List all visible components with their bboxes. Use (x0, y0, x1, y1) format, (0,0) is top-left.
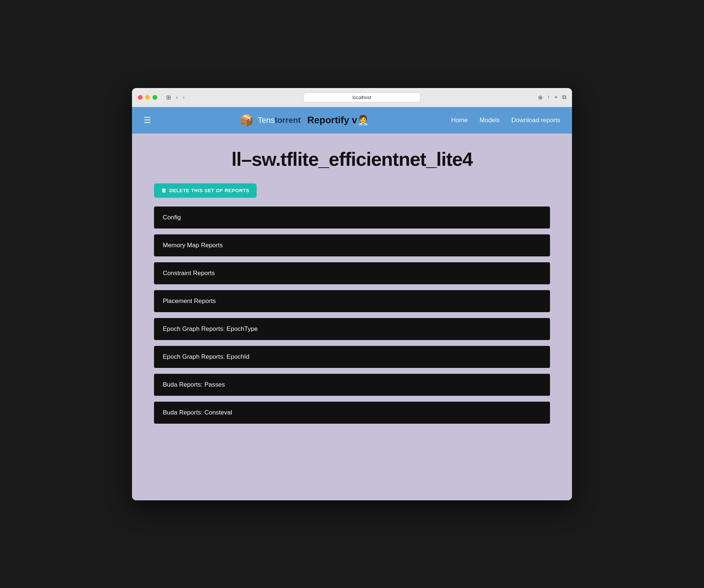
delete-button-label: DELETE THIS SET OF REPORTS (169, 188, 249, 193)
report-section-label: Placement Reports (163, 297, 216, 304)
report-section[interactable]: Placement Reports (154, 290, 550, 312)
report-section[interactable]: Memory Map Reports (154, 234, 550, 256)
nav-models[interactable]: Models (480, 117, 500, 124)
main-content: ll–sw.tflite_efficientnet_lite4 🗑 DELETE… (132, 134, 572, 500)
minimize-button[interactable] (145, 95, 150, 100)
report-section[interactable]: Constraint Reports (154, 262, 550, 284)
report-section-label: Buda Reports: Passes (163, 381, 225, 388)
logo-torrent: torrent (275, 116, 301, 125)
sidebar-toggle-button[interactable]: ⊞ (165, 93, 172, 102)
tabs-icon[interactable]: ⧉ (562, 94, 566, 101)
page-title: ll–sw.tflite_efficientnet_lite4 (154, 148, 550, 170)
report-section-label: Constraint Reports (163, 270, 215, 277)
report-section[interactable]: Buda Reports: Consteval (154, 402, 550, 424)
download-icon[interactable]: ⊕ (538, 94, 543, 101)
hamburger-menu-button[interactable]: ☰ (144, 116, 151, 125)
delete-reports-button[interactable]: 🗑 DELETE THIS SET OF REPORTS (154, 183, 257, 198)
nav-home[interactable]: Home (451, 117, 468, 124)
forward-button[interactable]: › (182, 94, 186, 101)
new-tab-icon[interactable]: + (554, 94, 558, 101)
app-logo: 📦 Tenstorrent Reportify v🧑‍💼 (157, 113, 451, 127)
nav-download-reports[interactable]: Download reports (511, 117, 560, 124)
report-section-label: Config (163, 214, 181, 221)
browser-actions: ⊕ ↑ + ⧉ (538, 94, 566, 101)
logo-tens: Tens (258, 116, 275, 125)
logo-icon: 📦 (239, 113, 254, 127)
app-header: ☰ 📦 Tenstorrent Reportify v🧑‍💼 Home Mode… (132, 107, 572, 134)
logo-text: Tenstorrent (258, 116, 301, 125)
share-icon[interactable]: ↑ (547, 94, 550, 101)
trash-icon: 🗑 (161, 188, 166, 193)
report-section-label: Epoch Graph Reports: EpochId (163, 353, 249, 360)
nav-links: Home Models Download reports (451, 117, 560, 124)
report-section[interactable]: Buda Reports: Passes (154, 374, 550, 396)
report-section[interactable]: Epoch Graph Reports: EpochType (154, 318, 550, 340)
address-bar-container: localhost (190, 92, 533, 102)
back-button[interactable]: ‹ (175, 94, 179, 101)
address-bar[interactable]: localhost (303, 92, 421, 102)
app-title: Reportify v🧑‍💼 (307, 114, 369, 126)
report-section[interactable]: Config (154, 207, 550, 229)
maximize-button[interactable] (153, 95, 157, 100)
traffic-lights (138, 95, 157, 100)
close-button[interactable] (138, 95, 143, 100)
report-section-label: Memory Map Reports (163, 242, 223, 249)
report-section-label: Epoch Graph Reports: EpochType (163, 325, 258, 332)
report-section-label: Buda Reports: Consteval (163, 409, 232, 416)
browser-controls: ⊞ ‹ › (165, 93, 186, 102)
browser-chrome: ⊞ ‹ › localhost ⊕ ↑ + ⧉ (132, 88, 572, 107)
report-section[interactable]: Epoch Graph Reports: EpochId (154, 346, 550, 368)
browser-window: ⊞ ‹ › localhost ⊕ ↑ + ⧉ ☰ 📦 Tenstorrent … (132, 88, 572, 500)
sections-container: ConfigMemory Map ReportsConstraint Repor… (154, 207, 550, 424)
